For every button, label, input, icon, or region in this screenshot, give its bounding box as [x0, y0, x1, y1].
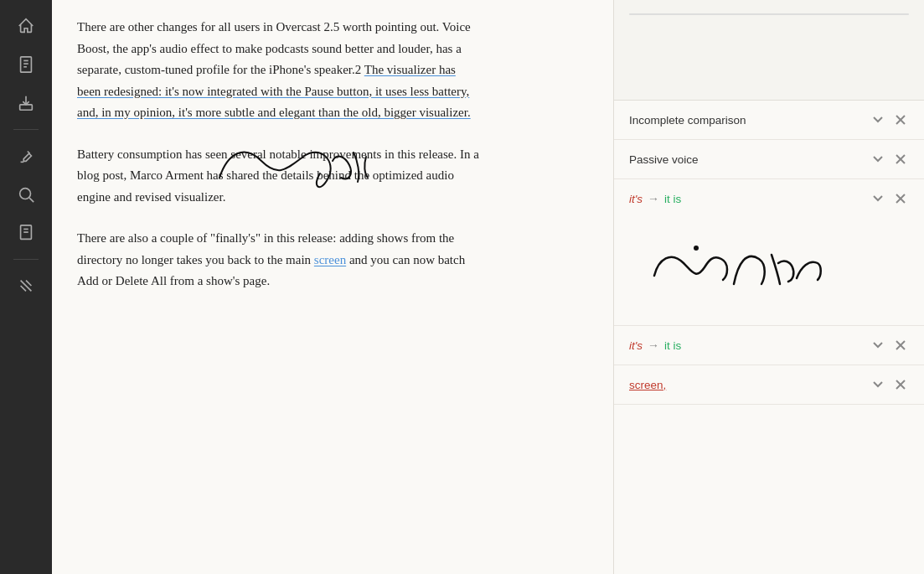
svg-rect-0	[21, 57, 32, 72]
suggestion-passive-voice: Passive voice	[614, 140, 924, 179]
suggestion-its-2: it's → it is	[614, 326, 924, 365]
word-arrow-1: →	[648, 192, 659, 205]
suggestion-actions-2	[869, 152, 909, 167]
dismiss-button[interactable]	[892, 113, 909, 127]
handwriting-svg	[629, 213, 909, 313]
paragraph-1: There are other changes for all users in…	[77, 17, 479, 124]
suggestion-its-1: it's → it is	[614, 179, 924, 326]
right-panel-top	[614, 0, 924, 101]
suggestion-actions-3	[869, 191, 909, 206]
suggestion-screen: screen,	[614, 365, 924, 405]
main-content: There are other changes for all users in…	[52, 0, 924, 574]
svg-point-6	[20, 189, 31, 199]
svg-line-11	[21, 281, 32, 292]
word-replace-1: it's → it is	[629, 192, 681, 205]
expand-button-4[interactable]	[869, 338, 887, 353]
suggestion-incomplete-comparison: Incomplete comparison	[614, 101, 924, 140]
pen-icon[interactable]	[10, 140, 42, 172]
article-text: There are other changes for all users in…	[77, 17, 479, 292]
download-icon[interactable]	[10, 87, 42, 119]
dismiss-button-5[interactable]	[892, 378, 909, 391]
word-original-1: it's	[629, 193, 643, 205]
search-icon[interactable]	[10, 178, 42, 210]
suggestion-header-2: Passive voice	[629, 152, 909, 167]
word-replace-2: it's → it is	[629, 339, 681, 352]
svg-line-12	[21, 286, 26, 291]
paragraph-3: There are also a couple of "finally's" i…	[77, 228, 479, 292]
sidebar-divider-2	[13, 259, 39, 260]
dismiss-button-3[interactable]	[892, 192, 909, 205]
dismiss-button-4[interactable]	[892, 339, 909, 352]
bookmark-icon[interactable]	[10, 217, 42, 249]
handwriting-overlay	[211, 136, 379, 203]
suggestion-header-4: it's → it is	[629, 338, 909, 353]
suggestion-label: Incomplete comparison	[629, 114, 862, 127]
home-icon[interactable]	[10, 10, 42, 42]
passive-voice-label: Passive voice	[629, 153, 862, 166]
expand-button-3[interactable]	[869, 191, 887, 206]
expand-button-5[interactable]	[869, 377, 887, 392]
word-original-2: it's	[629, 339, 643, 352]
word-replacement-1: it is	[664, 193, 681, 205]
tool-icon[interactable]	[10, 270, 42, 302]
paragraph-2: Battery consumption has seen several not…	[77, 144, 479, 209]
handwriting-detail	[629, 213, 909, 313]
svg-point-20	[694, 246, 699, 251]
svg-line-13	[26, 281, 31, 286]
word-replacement-2: it is	[664, 339, 681, 352]
suggestion-header-3: it's → it is	[629, 191, 909, 206]
suggestion-actions	[869, 112, 909, 127]
word-arrow-2: →	[648, 339, 659, 352]
suggestion-header-5: screen,	[629, 377, 909, 392]
screen-link[interactable]: screen	[314, 253, 346, 266]
expand-button-2[interactable]	[869, 152, 887, 167]
suggestion-header: Incomplete comparison	[629, 112, 909, 127]
sidebar-divider	[13, 129, 39, 130]
dismiss-button-2[interactable]	[892, 153, 909, 166]
suggestion-actions-5	[869, 377, 909, 392]
document-icon[interactable]	[10, 49, 42, 80]
expand-button[interactable]	[869, 112, 887, 127]
right-panel: Incomplete comparison	[614, 0, 924, 574]
highlighted-text: The visualizer has been redesigned: it's…	[77, 63, 471, 119]
sidebar	[0, 0, 52, 574]
article-pane: There are other changes for all users in…	[52, 0, 614, 574]
suggestion-actions-4	[869, 338, 909, 353]
screen-word: screen,	[629, 379, 666, 391]
svg-line-7	[29, 198, 34, 202]
